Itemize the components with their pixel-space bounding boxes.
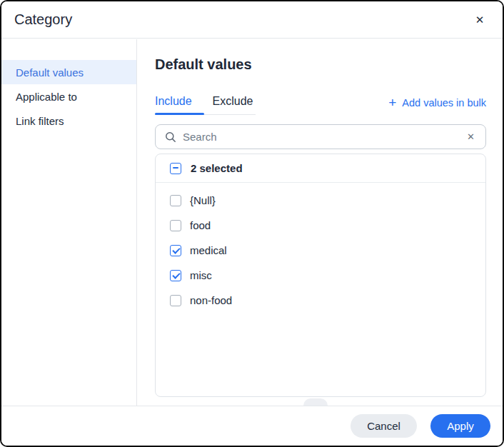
plus-icon: +: [388, 98, 396, 108]
item-label: non-food: [190, 294, 232, 306]
list-body: {Null} food medical misc non-food: [156, 183, 485, 313]
sidebar-item-label: Applicable to: [16, 91, 77, 103]
add-values-in-bulk-link[interactable]: + Add values in bulk: [388, 97, 486, 109]
close-button[interactable]: ✕: [471, 11, 488, 29]
item-label: {Null}: [190, 194, 216, 206]
sidebar-item-label: Link filters: [16, 115, 64, 127]
clear-icon: ✕: [467, 131, 475, 142]
list-item-null[interactable]: {Null}: [156, 188, 485, 213]
section-heading: Default values: [155, 56, 252, 73]
checkbox[interactable]: [170, 295, 181, 306]
item-label: food: [190, 219, 211, 231]
tab-label: Exclude: [213, 95, 253, 107]
tab-bar: Include Exclude: [155, 95, 256, 115]
clear-search-button[interactable]: ✕: [465, 130, 476, 144]
bulk-link-label: Add values in bulk: [402, 97, 486, 109]
list-item-medical[interactable]: medical: [156, 238, 485, 263]
sidebar-item-label: Default values: [16, 66, 84, 79]
value-list: 2 selected {Null} food medical misc: [155, 154, 486, 397]
list-header: 2 selected: [156, 154, 485, 183]
tab-exclude[interactable]: Exclude: [213, 95, 253, 114]
checkbox[interactable]: [170, 220, 181, 231]
main-panel: Default values Include Exclude + Add val…: [137, 39, 503, 406]
checkbox[interactable]: [170, 195, 181, 206]
select-all-checkbox[interactable]: [170, 163, 181, 174]
list-item-misc[interactable]: misc: [156, 263, 485, 288]
sidebar: Default values Applicable to Link filter…: [1, 39, 137, 406]
sidebar-item-default-values[interactable]: Default values: [1, 60, 136, 84]
scroll-down-button[interactable]: [303, 398, 328, 406]
list-item-non-food[interactable]: non-food: [156, 288, 485, 313]
search-input[interactable]: [183, 131, 465, 143]
cancel-button[interactable]: Cancel: [351, 414, 417, 438]
checkbox[interactable]: [170, 270, 181, 281]
item-label: misc: [190, 269, 212, 281]
list-item-food[interactable]: food: [156, 213, 485, 238]
category-dialog: Category ✕ Default values Applicable to …: [0, 0, 504, 447]
selected-count: 2 selected: [191, 162, 243, 174]
close-icon: ✕: [475, 14, 485, 26]
checkbox[interactable]: [170, 245, 181, 256]
item-label: medical: [190, 244, 227, 256]
sidebar-item-applicable-to[interactable]: Applicable to: [1, 84, 136, 109]
apply-button[interactable]: Apply: [430, 414, 490, 438]
dialog-footer: Cancel Apply: [1, 406, 503, 446]
sidebar-item-link-filters[interactable]: Link filters: [1, 109, 136, 133]
search-box: ✕: [155, 124, 486, 149]
tab-include[interactable]: Include: [155, 95, 192, 114]
tab-label: Include: [155, 95, 192, 107]
search-icon: [165, 131, 176, 143]
dialog-title: Category: [14, 11, 72, 28]
dialog-header: Category ✕: [1, 1, 503, 39]
